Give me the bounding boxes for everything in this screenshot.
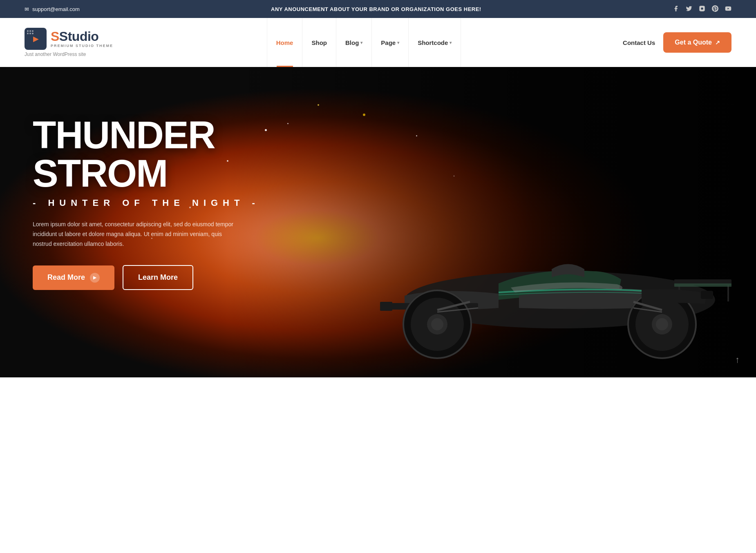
nav-item-shortcode[interactable]: Shortcode ▾ [409,18,461,67]
shortcode-dropdown-arrow: ▾ [450,40,452,45]
hero-buttons: Read More ▶ Learn More [33,265,294,290]
nav-cta: Contact Us Get a Quote ↗ [623,32,731,53]
svg-point-13 [431,318,443,330]
svg-rect-9 [674,283,731,287]
hero-car-image [356,108,756,377]
svg-rect-20 [701,291,713,299]
nav-item-blog[interactable]: Blog ▾ [336,18,372,67]
scroll-indicator: ↑ [735,355,740,365]
logo-icon [25,28,47,50]
svg-rect-8 [727,285,729,301]
blog-dropdown-arrow: ▾ [360,40,362,45]
below-hero-section [0,377,756,541]
quote-external-icon: ↗ [715,39,720,46]
hero-description: Lorem ipsum dolor sit amet, consectetur … [33,220,237,249]
read-more-play-icon: ▶ [90,273,100,283]
logo-area[interactable]: SStudio PREMIUM STUDIO THEME Just anothe… [25,28,113,57]
svg-point-18 [656,318,668,330]
youtube-icon[interactable] [725,5,731,13]
logo-tagline: PREMIUM STUDIO THEME [51,44,113,48]
nav-item-shop[interactable]: Shop [302,18,336,67]
learn-more-button[interactable]: Learn More [123,265,193,290]
email-icon: ✉ [25,6,29,12]
email-address: support@email.com [32,6,80,12]
hero-title: THUNDER STROM [33,116,294,193]
logo-brand-name: SStudio [51,30,113,43]
nav-item-home[interactable]: Home [267,18,303,67]
hero-section: THUNDER STROM - HUNTER OF THE NIGHT - Lo… [0,67,756,377]
social-links [673,5,731,13]
top-bar-announcement: ANY ANOUNCEMENT ABOUT YOUR BRAND OR ORGA… [271,6,481,12]
top-bar-email: ✉ support@email.com [25,6,80,12]
top-bar: ✉ support@email.com ANY ANOUNCEMENT ABOU… [0,0,756,18]
page-dropdown-arrow: ▾ [397,40,399,45]
hero-subtitle: - HUNTER OF THE NIGHT - [33,198,294,208]
main-nav: Home Shop Blog ▾ Page ▾ Shortcode ▾ [267,18,461,67]
facebook-icon[interactable] [673,5,679,13]
header: SStudio PREMIUM STUDIO THEME Just anothe… [0,18,756,67]
twitter-icon[interactable] [686,5,692,13]
read-more-button[interactable]: Read More ▶ [33,265,114,290]
instagram-icon[interactable] [699,5,705,13]
logo-subtitle: Just another WordPress site [25,51,113,57]
get-quote-button[interactable]: Get a Quote ↗ [663,32,731,53]
hero-content: THUNDER STROM - HUNTER OF THE NIGHT - Lo… [0,67,327,323]
svg-rect-5 [380,302,392,311]
nav-item-page[interactable]: Page ▾ [372,18,409,67]
pinterest-icon[interactable] [712,5,718,13]
contact-link[interactable]: Contact Us [623,39,655,46]
